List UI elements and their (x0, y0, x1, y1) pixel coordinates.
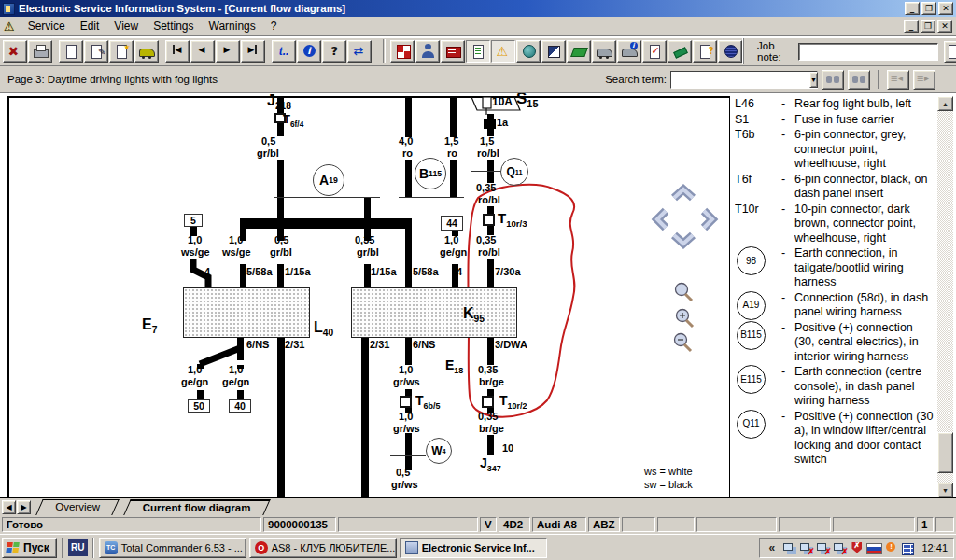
wire-segment (364, 264, 371, 287)
connection-line (399, 197, 464, 198)
document-wizard-button[interactable] (109, 40, 134, 63)
next-page-button[interactable] (216, 40, 240, 63)
help-button[interactable] (322, 40, 346, 63)
chevron-down-icon[interactable]: ▼ (809, 72, 818, 88)
page-title: Page 3: Daytime driving lights with fog … (7, 74, 218, 85)
taskbar-task[interactable]: OAS8 - КЛУБ ЛЮБИТЕЛЕ... (249, 538, 397, 558)
tools-button[interactable] (668, 40, 692, 63)
search-back-button[interactable] (848, 70, 870, 90)
legend-item: 98-Earth connection, in tailgate/bootlid… (735, 246, 935, 290)
menu-warnings[interactable]: Warnings (202, 18, 263, 35)
parts-button[interactable] (390, 40, 415, 63)
vehicle-button[interactable] (134, 40, 159, 63)
tab-scroll-left-icon[interactable]: ◀ (2, 500, 16, 514)
taskbar: Пуск RU TCTotal Commander 6.53 - ...OAS8… (0, 534, 956, 560)
wire-segment (487, 259, 494, 287)
diagram-label: 3/DWA (495, 340, 527, 350)
menu-edit[interactable]: Edit (73, 18, 107, 35)
child-minimize-button[interactable]: _ (904, 20, 919, 33)
checklist-button[interactable] (642, 40, 667, 63)
minimize-button[interactable]: _ (905, 2, 920, 15)
menu-?[interactable]: ? (263, 18, 285, 35)
taskbar-task[interactable]: Electronic Service Inf... (400, 538, 547, 558)
network-button[interactable] (718, 40, 742, 63)
legend-scrollbar[interactable]: ▲ ▼ (937, 96, 953, 497)
application-window: Electronic Service Information System - … (0, 0, 956, 560)
status-cell (657, 517, 695, 532)
job-note-button[interactable] (944, 41, 956, 63)
menu-service[interactable]: Service (21, 18, 73, 35)
job-note-input[interactable] (798, 43, 938, 61)
connection-circle: Q11 (500, 158, 528, 186)
status-cell: ABZ (588, 517, 620, 532)
scroll-down-icon[interactable]: ▼ (937, 483, 953, 497)
vehicle-info-button[interactable] (617, 40, 641, 63)
restore-button[interactable]: ❐ (921, 2, 936, 15)
diagram-label: ge/gn (181, 377, 208, 387)
new-document-button[interactable] (59, 40, 83, 63)
stop-icon (7, 44, 23, 59)
legend-dash: - (781, 173, 794, 202)
shield-error-icon[interactable] (850, 541, 864, 554)
diagram-label: 10 (502, 443, 513, 454)
diagram-label: 4,0 (399, 136, 413, 147)
diagram-label: 1/15a (285, 267, 311, 277)
document-help-button[interactable] (693, 40, 717, 63)
tab-current-flow-diagram[interactable]: Current flow diagram (123, 499, 270, 515)
document-new-icon (114, 44, 130, 59)
child-close-button[interactable]: ✕ (937, 20, 952, 33)
last-page-button[interactable] (241, 40, 265, 63)
tab-scroll-right-icon[interactable]: ▶ (17, 500, 31, 514)
collapse-icon[interactable] (766, 541, 780, 554)
scrollbar-thumb[interactable] (937, 432, 953, 473)
contrast-button[interactable] (541, 40, 566, 63)
print-button[interactable] (28, 40, 52, 63)
diagram-label: 1,0 (229, 365, 243, 375)
appgrid-icon[interactable] (900, 541, 914, 554)
diagram-label: br/ge (479, 424, 504, 434)
warnings-button[interactable] (491, 40, 515, 63)
list-next-button[interactable] (913, 70, 935, 90)
network-error3-icon[interactable] (833, 541, 847, 554)
ru-flag-icon[interactable] (866, 541, 880, 554)
child-restore-button[interactable]: ❐ (921, 20, 935, 33)
tab-overview[interactable]: Overview (35, 499, 120, 515)
swap-button[interactable] (347, 40, 372, 63)
goto-button[interactable]: t.. (272, 40, 296, 63)
info-button[interactable] (297, 40, 321, 63)
tools-icon (672, 44, 688, 59)
alert-icon[interactable] (883, 541, 897, 554)
network-error-icon[interactable] (799, 541, 813, 554)
customer-button[interactable] (415, 40, 440, 63)
network-error2-icon[interactable] (816, 541, 830, 554)
legend-code: A19 (735, 291, 781, 320)
legend-text: 6-pin connector, black, on dash panel in… (794, 173, 935, 202)
manuals-button[interactable] (441, 40, 465, 63)
menu-bar: ⚠ ServiceEditViewSettingsWarnings? _ ❐ ✕ (0, 17, 956, 36)
search-combobox[interactable]: ▼ (670, 71, 818, 89)
world-button[interactable] (516, 40, 541, 63)
list-previous-button[interactable] (887, 70, 909, 90)
edit-document-button[interactable] (84, 40, 108, 63)
menu-settings[interactable]: Settings (146, 18, 201, 35)
taskbar-task[interactable]: TCTotal Commander 6.53 - ... (99, 538, 246, 558)
legend-code: L46 (735, 97, 781, 112)
search-input[interactable] (671, 72, 809, 88)
diagram-label: 7/30a (495, 267, 521, 277)
start-button[interactable]: Пуск (2, 538, 57, 558)
legend-item: T6f-6-pin connector, black, on dash pane… (735, 173, 935, 202)
stop-button[interactable] (3, 40, 27, 63)
vehicle-data-button[interactable] (592, 40, 616, 63)
search-forward-button[interactable] (822, 70, 844, 90)
document-list-button[interactable] (466, 40, 490, 63)
first-page-button[interactable] (165, 40, 190, 63)
network-icon[interactable] (782, 541, 796, 554)
list-previous-icon (891, 72, 907, 87)
eraser-button[interactable] (567, 40, 591, 63)
scroll-up-icon[interactable]: ▲ (937, 96, 953, 111)
close-button[interactable]: ✕ (938, 2, 953, 15)
system-tray: 12:41 (759, 538, 954, 558)
language-indicator[interactable]: RU (68, 539, 88, 556)
previous-page-button[interactable] (190, 40, 215, 63)
menu-view[interactable]: View (106, 18, 146, 35)
